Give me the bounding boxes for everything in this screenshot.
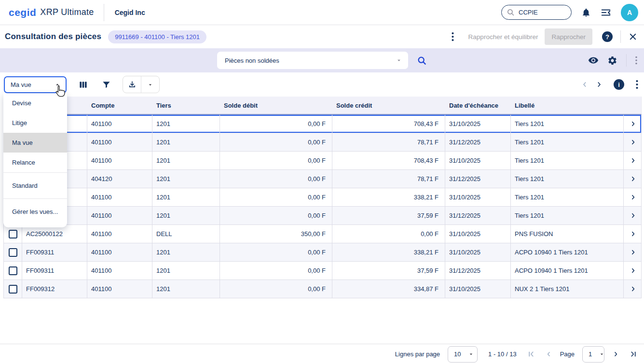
next-record-button[interactable] xyxy=(595,81,603,88)
table-row[interactable]: FF009311 401100 1201 0,00 F 338,21 F 31/… xyxy=(3,243,642,262)
info-button[interactable]: i xyxy=(614,79,624,90)
row-detail-button[interactable] xyxy=(624,133,642,151)
cell-piece: AC25000122 xyxy=(22,225,87,243)
table-row[interactable]: AC25000122 401100 DELL 350,00 F 0,00 F 3… xyxy=(3,225,642,243)
next-page-button[interactable] xyxy=(612,350,619,358)
table-row[interactable]: FF009312 401100 1201 0,00 F 334,87 F 31/… xyxy=(3,280,642,298)
row-detail-button[interactable] xyxy=(624,188,642,206)
header-solde-credit[interactable]: Solde crédit xyxy=(332,97,445,114)
cell-libelle: Tiers 1201 xyxy=(511,188,624,206)
close-button[interactable] xyxy=(629,32,637,41)
cell-tiers: 1201 xyxy=(152,133,220,151)
preview-button[interactable] xyxy=(588,55,599,66)
cell-solde-debit: 0,00 F xyxy=(220,115,332,133)
view-menu-item[interactable]: Gérer les vues... xyxy=(3,198,67,224)
notifications-button[interactable] xyxy=(581,8,591,17)
chevron-right-icon xyxy=(630,267,637,274)
header-compte[interactable]: Compte xyxy=(87,97,152,114)
row-checkbox[interactable] xyxy=(9,248,17,257)
chevron-right-icon xyxy=(630,194,637,201)
view-menu-item[interactable]: Litige xyxy=(3,113,67,133)
first-page-icon xyxy=(527,350,535,358)
row-detail-button[interactable] xyxy=(624,207,642,224)
global-search[interactable] xyxy=(501,5,572,20)
row-detail-button[interactable] xyxy=(624,243,642,261)
columns-button[interactable] xyxy=(73,76,93,93)
cell-solde-debit: 0,00 F xyxy=(220,243,332,261)
title-more-actions-button[interactable] xyxy=(452,32,454,42)
settings-button[interactable] xyxy=(607,56,617,66)
row-checkbox[interactable] xyxy=(9,266,17,275)
view-menu-item[interactable]: Relance xyxy=(3,153,67,172)
cell-solde-credit: 78,71 F xyxy=(332,133,445,151)
cell-libelle: Tiers 1201 xyxy=(511,133,624,151)
table-row[interactable]: 401100 1201 0,00 F 78,71 F 31/12/2025 Ti… xyxy=(3,133,642,152)
header-solde-debit[interactable]: Solde débit xyxy=(220,97,332,114)
row-detail-button[interactable] xyxy=(624,152,642,169)
table-row[interactable]: 401100 1201 0,00 F 338,21 F 31/10/2025 T… xyxy=(3,188,642,207)
cell-piece: FF009312 xyxy=(22,280,87,298)
info-icon: i xyxy=(614,79,624,90)
row-detail-button[interactable] xyxy=(624,280,642,298)
table-header-row: Compte Tiers Solde débit Solde crédit Da… xyxy=(3,97,642,115)
chevron-down-icon xyxy=(396,57,402,64)
kebab-icon xyxy=(635,56,637,65)
download-button[interactable] xyxy=(123,76,141,93)
cell-solde-credit: 0,00 F xyxy=(332,225,445,243)
cell-tiers: 1201 xyxy=(152,170,220,188)
prev-record-button[interactable] xyxy=(581,81,589,88)
view-select-value: Ma vue xyxy=(11,81,54,88)
row-detail-button[interactable] xyxy=(624,170,642,188)
table-row[interactable]: 404120 1201 0,00 F 78,71 F 31/12/2025 Ti… xyxy=(3,170,642,188)
table-row[interactable]: 401100 1201 0,00 F 708,43 F 31/10/2025 T… xyxy=(3,115,642,133)
view-menu-item[interactable]: Ma vue xyxy=(3,133,67,153)
rapprocher-button[interactable]: Rapprocher xyxy=(545,28,592,45)
cell-compte: 401100 xyxy=(87,262,152,280)
cell-libelle: PNS FUSION xyxy=(511,225,624,243)
title-divider xyxy=(620,30,621,43)
avatar[interactable]: A xyxy=(621,4,638,21)
chevron-right-icon xyxy=(630,285,637,293)
cell-compte: 401100 xyxy=(87,280,152,298)
page-label: Page xyxy=(560,350,575,358)
page-select[interactable]: 1 xyxy=(582,346,604,363)
row-detail-button[interactable] xyxy=(624,225,642,243)
cell-solde-credit: 708,43 F xyxy=(332,152,445,169)
filter-more-button[interactable] xyxy=(635,56,637,65)
row-detail-button[interactable] xyxy=(624,115,642,133)
search-input[interactable] xyxy=(519,9,562,16)
table-row[interactable]: 401100 1201 0,00 F 37,59 F 31/12/2025 Ti… xyxy=(3,207,642,225)
view-menu-item[interactable]: Standard xyxy=(3,172,67,198)
cell-solde-credit: 338,21 F xyxy=(332,188,445,206)
cell-libelle: Tiers 1201 xyxy=(511,115,624,133)
filter-button[interactable] xyxy=(96,76,116,93)
cell-solde-debit: 0,00 F xyxy=(220,152,332,169)
toolbar-more-button[interactable] xyxy=(636,80,638,89)
row-detail-button[interactable] xyxy=(624,262,642,280)
cell-solde-debit: 0,00 F xyxy=(220,262,332,280)
download-options-button[interactable] xyxy=(141,76,159,93)
cell-tiers: DELL xyxy=(152,225,220,243)
row-checkbox[interactable] xyxy=(9,285,17,294)
cell-libelle: Tiers 1201 xyxy=(511,207,624,224)
prev-page-button[interactable] xyxy=(545,350,552,358)
rows-per-page-select[interactable]: 10 xyxy=(448,346,478,363)
help-button[interactable]: ? xyxy=(602,31,613,42)
header-tiers[interactable]: Tiers xyxy=(152,97,220,114)
table-row[interactable]: 401100 1201 0,00 F 708,43 F 31/10/2025 T… xyxy=(3,152,642,170)
cell-solde-credit: 78,71 F xyxy=(332,170,445,188)
last-page-button[interactable] xyxy=(629,350,637,358)
cell-compte: 401100 xyxy=(87,133,152,151)
cell-compte: 404120 xyxy=(87,170,152,188)
cell-tiers: 1201 xyxy=(152,262,220,280)
header-date-echeance[interactable]: Date d'échéance xyxy=(445,97,511,114)
checkbox-cell xyxy=(4,280,22,298)
row-checkbox[interactable] xyxy=(9,230,17,238)
filter-select[interactable]: Pièces non soldées xyxy=(217,52,408,69)
first-page-button[interactable] xyxy=(527,350,535,358)
collapse-menu-button[interactable] xyxy=(601,7,611,18)
table-row[interactable]: FF009311 401100 1201 0,00 F 37,59 F 31/1… xyxy=(3,262,642,280)
rapprocher-equilibrer-button[interactable]: Rapprocher et équilibrer xyxy=(462,33,545,41)
header-libelle[interactable]: Libellé xyxy=(511,97,624,114)
run-search-button[interactable] xyxy=(417,56,427,66)
